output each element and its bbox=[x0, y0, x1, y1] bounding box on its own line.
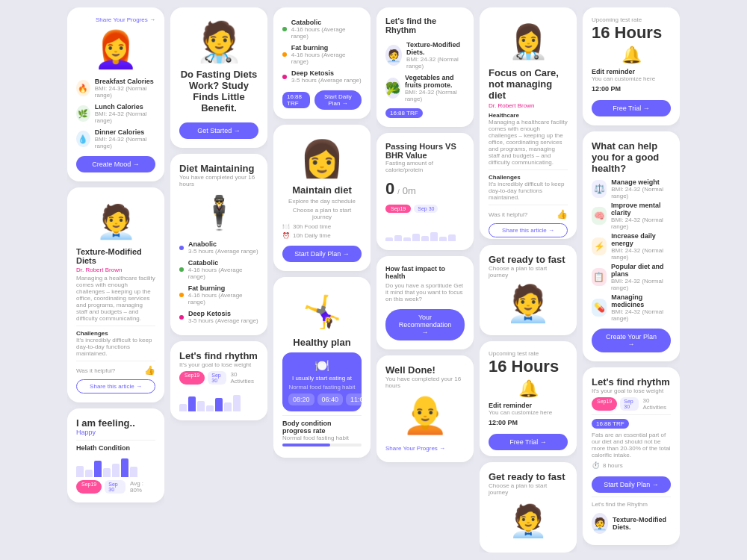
thumbs-icon[interactable]: 👍 bbox=[144, 365, 155, 376]
start-daily-plan-btn-1[interactable]: Start Daily Plan → bbox=[314, 90, 362, 110]
catabolic-range-2: 4-16 hours (Average range) bbox=[291, 26, 362, 40]
find-rhythm-card-col6: Let's find rhythm It's your goal to lose… bbox=[583, 367, 680, 545]
manage-weight-label: Manage weight bbox=[611, 178, 671, 186]
fat-burning-range: 4-16 hours (Average range) bbox=[188, 292, 258, 305]
mental-clarity-label: Improve mental clarity bbox=[611, 202, 671, 217]
fasting-diets-illustration: 🧑‍⚕️ bbox=[179, 19, 258, 64]
progress-bar-fill bbox=[282, 444, 330, 447]
trf-time-label: 16:88 TRF bbox=[282, 92, 310, 108]
maintain-diet-subtitle2: Choose a plan to start journey bbox=[282, 207, 362, 220]
focus-helpful-label: Was it helpful? bbox=[489, 211, 527, 218]
find-rhythm-subtitle-col6: It's your goal to lose weight bbox=[592, 388, 671, 394]
bell-icon-col6: 🔔 bbox=[592, 46, 671, 65]
get-ready-illustration: 🧑‍💼 bbox=[489, 281, 568, 326]
texture-diets-card: 🧑‍💼 Texture-Modified Diets Dr. Robert Br… bbox=[67, 187, 164, 402]
focus-challenges-text: It's incredibly difficult to keep day-to… bbox=[489, 181, 568, 201]
time-box-1[interactable]: 08:20 bbox=[288, 393, 314, 405]
fasting-title: Do Fasting Diets Work? Study Finds Littl… bbox=[179, 69, 258, 113]
big-num-2: 0m bbox=[403, 185, 416, 196]
time-box-3[interactable]: 11:00 bbox=[346, 393, 371, 405]
find-rhythm-title-col2: Let's find rhythm bbox=[179, 350, 258, 361]
mental-clarity-value: BMI: 24-32 (Normal range) bbox=[611, 217, 671, 230]
breakfast-value: BMI: 24-32 (Normal range) bbox=[95, 85, 155, 99]
recommendation-button[interactable]: Your Recommendation → bbox=[385, 309, 465, 340]
breakfast-icon: 🔥 bbox=[76, 80, 90, 96]
upcoming-test-card-col6: Upcoming test rate 16 Hours 🔔 Edit remin… bbox=[583, 7, 680, 125]
well-done-illustration: 🧑‍🦲 bbox=[385, 392, 465, 437]
fat-burning-item-2: Fat burning 4-16 hours (Average range) bbox=[282, 42, 362, 67]
mental-clarity-row: 🧠 Improve mental clarity BMI: 24-32 (Nor… bbox=[592, 202, 671, 230]
get-ready-subtitle-2: Choose a plan to start journey bbox=[489, 482, 568, 496]
bell-icon: 🔔 bbox=[489, 379, 568, 399]
bhr-start-date: Sep19 bbox=[385, 205, 411, 213]
create-mood-button[interactable]: Create Mood → bbox=[76, 156, 155, 172]
find-rhythm-card-col2: Let's find rhythm It's your goal to lose… bbox=[170, 341, 267, 420]
rhythm-chart-col2 bbox=[179, 389, 258, 411]
what-can-help-card: What can help you for a good health? ⚖️ … bbox=[583, 131, 680, 361]
passing-hours-title: Passing Hours VS BHR Value bbox=[385, 142, 465, 160]
time-box-2[interactable]: 06:40 bbox=[317, 393, 344, 405]
what-can-help-title: What can help you for a good health? bbox=[592, 140, 671, 174]
daily-energy-label: Increase daily energy bbox=[611, 232, 671, 247]
manage-weight-row: ⚖️ Manage weight BMI: 24-32 (Normal rang… bbox=[592, 178, 671, 199]
vegetables-avatar: 🥦 bbox=[385, 78, 400, 99]
column-1: Share Your Progres → 👩‍🦰 🔥 Breakfast Cal… bbox=[67, 7, 164, 553]
daily-energy-icon: ⚡ bbox=[592, 237, 607, 255]
focus-challenges-title: Challenges bbox=[489, 174, 568, 181]
time-selection-row: 08:20 06:40 11:00 bbox=[288, 393, 356, 405]
fat-burning-dot-2 bbox=[282, 52, 287, 57]
bar-6 bbox=[121, 458, 128, 477]
bar-7 bbox=[130, 467, 137, 477]
fasting-diets-card: 🧑‍⚕️ Do Fasting Diets Work? Study Finds … bbox=[170, 7, 267, 148]
column-3: Catabolic 4-16 hours (Average range) Fat… bbox=[273, 7, 371, 553]
breakfast-item: 🔥 Breakfast Calories BMI: 24-32 (Normal … bbox=[76, 75, 155, 101]
get-ready-title: Get ready to fast bbox=[489, 254, 568, 265]
deep-ketosis-label: Deep Ketosis bbox=[188, 310, 258, 317]
texture-diets-author: Dr. Robert Brown bbox=[76, 267, 155, 273]
get-ready-fast-card: Get ready to fast Choose a plan to start… bbox=[480, 245, 577, 335]
vegetables-label: Vegetables and fruits promote. bbox=[405, 74, 465, 89]
maintain-diet-title: Maintain diet bbox=[282, 184, 362, 196]
texture-item: 🧑‍💼 Texture-Modified Diets. BMI: 24-32 (… bbox=[385, 39, 465, 72]
share-progress-link[interactable]: Share Your Progres → bbox=[96, 16, 155, 23]
breakfast-label: Breakfast Calories bbox=[95, 78, 155, 85]
start-daily-plan-btn-2[interactable]: Start Daily Plan → bbox=[282, 246, 362, 262]
free-trial-btn[interactable]: Free Trial → bbox=[489, 434, 568, 450]
vegetables-item: 🥦 Vegetables and fruits promote. BMI: 24… bbox=[385, 72, 465, 105]
divider-label: / bbox=[397, 188, 400, 196]
catabolic-label-2: Catabolic bbox=[291, 19, 362, 26]
activities-count: 30 Activities bbox=[231, 371, 259, 385]
healthy-plan-inner-sub: Normal food fasting habit bbox=[288, 384, 356, 391]
bar-4 bbox=[103, 468, 111, 477]
health-condition-label: Helath Condition bbox=[76, 444, 155, 452]
manage-weight-icon: ⚖️ bbox=[592, 180, 607, 198]
texture-avatar: 🧑‍💼 bbox=[385, 45, 402, 66]
texture-label-col6: Texture-Modified Diets. bbox=[613, 516, 671, 531]
texture-value: BMI: 24-32 (Normal range) bbox=[406, 56, 465, 69]
dinner-icon: 💧 bbox=[76, 131, 90, 147]
focus-thumbs-icon[interactable]: 👍 bbox=[557, 209, 568, 220]
maintain-diet-illustration: 👩 bbox=[282, 137, 362, 181]
diet-maintaining-card: Diet Maintaining You have completed your… bbox=[170, 154, 267, 335]
healthy-plan-icon: 🍽️ bbox=[288, 358, 356, 373]
texture-diets-body: Managing a healthcare facility comes wit… bbox=[76, 275, 155, 322]
time-col6: 12:00 PM bbox=[592, 85, 671, 93]
catabolic-dot-2 bbox=[282, 27, 287, 31]
create-plan-button[interactable]: Create Your Plan → bbox=[592, 329, 671, 352]
progress-rate-label: Body condition progress rate bbox=[282, 420, 362, 435]
food-time-icon: 🍽️ bbox=[282, 223, 290, 230]
mental-clarity-icon: 🧠 bbox=[592, 207, 607, 225]
start-date-pill: Sep19 bbox=[76, 480, 102, 494]
share-article-button[interactable]: Share this article → bbox=[76, 379, 155, 393]
start-daily-btn-col6[interactable]: Start Daily Plan → bbox=[592, 476, 671, 493]
fat-burning-dot bbox=[179, 293, 184, 297]
free-trial-btn-col6[interactable]: Free Trial → bbox=[592, 100, 671, 116]
get-started-button[interactable]: Get Started → bbox=[179, 122, 258, 139]
maintain-diet-card: 👩 Maintain diet Explore the day schedule… bbox=[273, 125, 371, 271]
focus-share-button[interactable]: Share this article → bbox=[489, 223, 568, 237]
bar-2 bbox=[85, 470, 93, 477]
well-done-subtitle: You have completed your 16 hours bbox=[385, 376, 465, 389]
catabolic-range: 4-16 hours (Average range) bbox=[188, 267, 258, 280]
fat-burning-label: Fat burning bbox=[188, 284, 258, 292]
share-progress-link-2[interactable]: Share Your Progres → bbox=[385, 445, 445, 452]
